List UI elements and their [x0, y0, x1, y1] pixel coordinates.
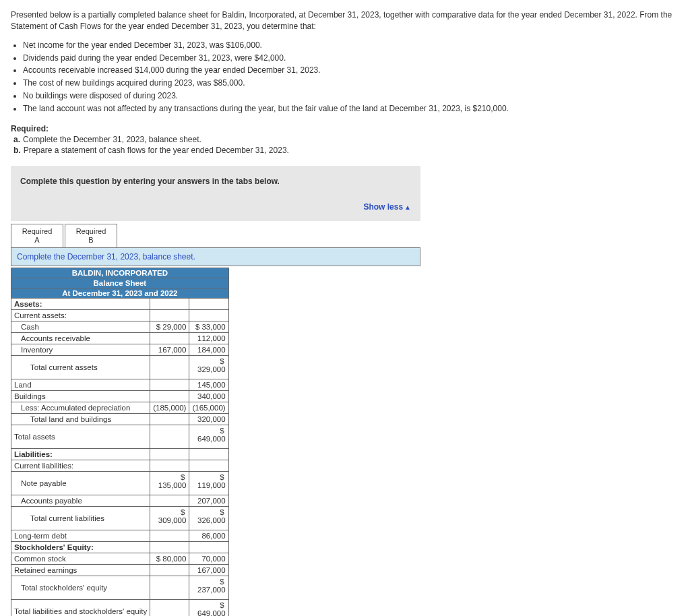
- sheet-title-company: BALDIN, INCORPORATED: [11, 268, 229, 278]
- dep-2022: (165,000): [189, 402, 228, 413]
- ta-2023-input[interactable]: [150, 425, 189, 448]
- tca-2023-input[interactable]: [150, 355, 189, 379]
- tlb-2022: 320,000: [189, 413, 228, 425]
- row-buildings-label: Buildings: [11, 390, 150, 402]
- land-2022: 145,000: [189, 379, 228, 390]
- tab-required-a[interactable]: RequiredA: [11, 224, 63, 247]
- row-np-label: Note payable: [11, 471, 150, 495]
- row-re-label: Retained earnings: [11, 564, 150, 576]
- inventory-2023-input[interactable]: 167,000: [150, 344, 189, 355]
- row-liabilities-heading: Liabilities:: [11, 448, 150, 460]
- fact-item: Net income for the year ended December 3…: [23, 40, 679, 51]
- buildings-2022: 340,000: [189, 390, 228, 402]
- fact-item: No buildings were disposed of during 202…: [23, 90, 679, 102]
- row-tca-label: Total current assets: [11, 355, 150, 379]
- tab-bar: RequiredA RequiredB: [11, 224, 420, 247]
- tab-required-b[interactable]: RequiredB: [65, 224, 117, 247]
- ltd-2023-input[interactable]: [150, 530, 189, 541]
- tlse-2023-input[interactable]: [150, 599, 189, 616]
- row-land-label: Land: [11, 379, 150, 390]
- row-assets-heading: Assets:: [11, 298, 150, 309]
- fact-item: Accounts receivable increased $14,000 du…: [23, 65, 679, 76]
- balance-sheet-table: BALDIN, INCORPORATED Balance Sheet At De…: [11, 268, 229, 616]
- inventory-2022: 184,000: [189, 344, 228, 355]
- ta-2022: $649,000: [189, 425, 228, 448]
- row-tlse-label: Total liabilities and stockholders' equi…: [11, 599, 150, 616]
- row-dep-label: Less: Accumulated depreciation: [11, 402, 150, 413]
- buildings-2023-input[interactable]: [150, 390, 189, 402]
- tab-instruction: Complete the December 31, 2023, balance …: [11, 247, 420, 266]
- dep-2023-input[interactable]: (185,000): [150, 402, 189, 413]
- re-2022: 167,000: [189, 564, 228, 576]
- row-ar-label: Accounts receivable: [11, 332, 150, 344]
- fact-item: The cost of new buildings acquired durin…: [23, 78, 679, 89]
- row-tlb-label: Total land and buildings: [11, 413, 150, 425]
- facts-list: Net income for the year ended December 3…: [11, 40, 679, 115]
- row-current-assets-heading: Current assets:: [11, 309, 150, 321]
- tse-2023-input[interactable]: [150, 576, 189, 599]
- tcl-2023-input[interactable]: $309,000: [150, 506, 189, 530]
- cs-2022: 70,000: [189, 553, 228, 564]
- land-2023-input[interactable]: [150, 379, 189, 390]
- ltd-2022: 86,000: [189, 530, 228, 541]
- cs-2023-input[interactable]: $ 80,000: [150, 553, 189, 564]
- row-se-heading: Stockholders' Equity:: [11, 541, 150, 553]
- required-list: a.Complete the December 31, 2023, balanc…: [11, 135, 679, 155]
- row-ap-label: Accounts payable: [11, 495, 150, 506]
- required-item-a: a.Complete the December 31, 2023, balanc…: [13, 135, 679, 144]
- re-2023-input[interactable]: [150, 564, 189, 576]
- fact-item: The land account was not affected by any…: [23, 103, 679, 115]
- row-inventory-label: Inventory: [11, 344, 150, 355]
- ar-2023-input[interactable]: [150, 332, 189, 344]
- ap-2022: 207,000: [189, 495, 228, 506]
- cash-2022: $ 33,000: [189, 321, 228, 332]
- tse-2022: $237,000: [189, 576, 228, 599]
- ap-2023-input[interactable]: [150, 495, 189, 506]
- row-tse-label: Total stockholders' equity: [11, 576, 150, 599]
- cash-2023-input[interactable]: $ 29,000: [150, 321, 189, 332]
- required-item-b: b.Prepare a statement of cash flows for …: [13, 146, 679, 155]
- tlse-2022: $649,000: [189, 599, 228, 616]
- row-ltd-label: Long-term debt: [11, 530, 150, 541]
- tlb-2023-input[interactable]: [150, 413, 189, 425]
- intro-text: Presented below is a partially completed…: [11, 9, 679, 33]
- row-ta-label: Total assets: [11, 425, 150, 448]
- show-less-toggle[interactable]: Show less▲: [20, 202, 411, 212]
- tcl-2022: $326,000: [189, 506, 228, 530]
- row-tcl-label: Total current liabilities: [11, 506, 150, 530]
- required-heading: Required:: [11, 124, 679, 133]
- row-cash-label: Cash: [11, 321, 150, 332]
- tca-2022: $329,000: [189, 355, 228, 379]
- sheet-title-period: At December 31, 2023 and 2022: [11, 288, 229, 298]
- answer-prompt-box: Complete this question by entering your …: [11, 166, 420, 221]
- np-2023-input[interactable]: $135,000: [150, 471, 189, 495]
- ar-2022: 112,000: [189, 332, 228, 344]
- triangle-up-icon: ▲: [404, 204, 411, 211]
- row-cs-label: Common stock: [11, 553, 150, 564]
- np-2022: $119,000: [189, 471, 228, 495]
- fact-item: Dividends paid during the year ended Dec…: [23, 53, 679, 64]
- row-current-liabilities-heading: Current liabilities:: [11, 460, 150, 471]
- answer-prompt: Complete this question by entering your …: [20, 177, 411, 186]
- sheet-title-statement: Balance Sheet: [11, 278, 229, 288]
